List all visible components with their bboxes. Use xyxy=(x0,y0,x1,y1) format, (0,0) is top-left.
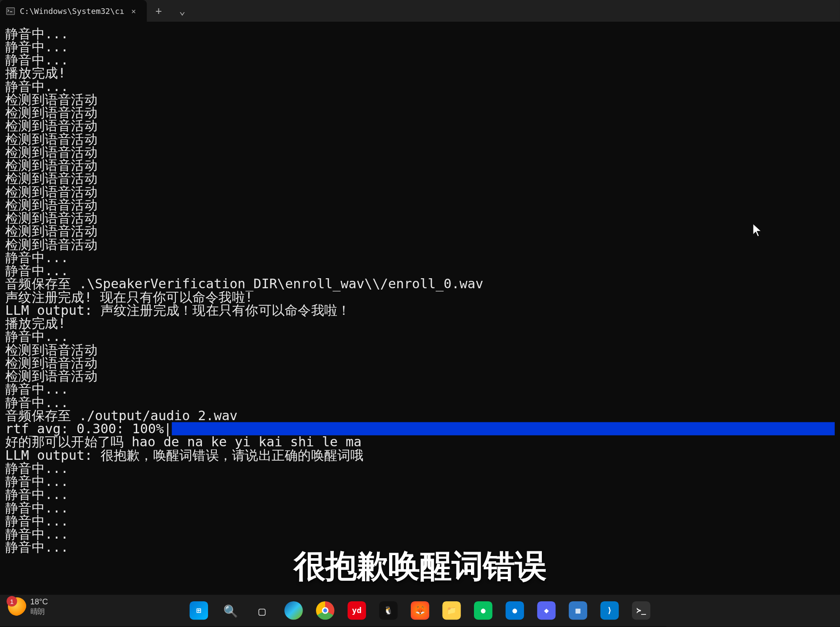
search-icon: 🔍 xyxy=(221,601,239,620)
terminal-tab-icon xyxy=(5,6,16,16)
terminal-line: LLM output: 声纹注册完成！现在只有你可以命令我啦！ xyxy=(5,303,835,317)
terminal-line: 检测到语音活动 xyxy=(5,159,835,172)
youdao-icon: yd xyxy=(348,601,366,620)
close-tab-button[interactable]: × xyxy=(128,6,139,16)
edge-icon xyxy=(284,601,302,620)
taskbar-tencent-meeting-button[interactable]: ● xyxy=(502,597,528,624)
start-icon: ⊞ xyxy=(190,601,208,620)
terminal-line: 声纹注册完成! 现在只有你可以命令我啦! xyxy=(5,290,835,303)
taskbar-edge-button[interactable] xyxy=(280,597,307,624)
taskbar-search-button[interactable]: 🔍 xyxy=(217,597,243,624)
app2-icon: ▦ xyxy=(569,601,587,620)
terminal-line: 播放完成! xyxy=(5,67,835,80)
tab-dropdown-button[interactable]: ⌄ xyxy=(171,0,194,22)
weather-condition: 晴朗 xyxy=(30,607,48,615)
terminal-line: 静音中... xyxy=(5,40,835,53)
terminal-line: 静音中... xyxy=(5,264,835,277)
weather-widget[interactable]: 1 18°C 晴朗 xyxy=(8,597,48,616)
taskbar-start-button[interactable]: ⊞ xyxy=(186,597,212,624)
terminal-line: 好的那可以开始了吗 hao de na ke yi kai shi le ma xyxy=(5,435,835,448)
terminal-line: 音频保存至 ./output/audio_2.wav xyxy=(5,409,835,422)
taskbar: 1 18°C 晴朗 ⊞🔍▢yd🐧🦊📁●●◆▦⟩≻_ xyxy=(0,595,840,627)
wechat-icon: ● xyxy=(474,601,492,620)
title-bar: C:\Windows\System32\cı × + ⌄ xyxy=(0,0,840,22)
terminal-line: 检测到语音活动 xyxy=(5,145,835,158)
terminal-line: 检测到语音活动 xyxy=(5,93,835,106)
terminal-output[interactable]: 静音中...静音中...静音中...播放完成!静音中...检测到语音活动检测到语… xyxy=(0,22,840,554)
terminal-line: 检测到语音活动 xyxy=(5,106,835,119)
weather-temp: 18°C xyxy=(30,598,48,607)
terminal-line: 静音中... xyxy=(5,54,835,67)
terminal-line: 检测到语音活动 xyxy=(5,119,835,132)
terminal-icon: ≻_ xyxy=(632,601,650,620)
terminal-line: 播放完成! xyxy=(5,317,835,330)
qq-icon: 🐧 xyxy=(379,601,397,620)
terminal-tab[interactable]: C:\Windows\System32\cı × xyxy=(0,0,147,22)
terminal-line: 静音中... xyxy=(5,501,835,514)
terminal-line: 静音中... xyxy=(5,251,835,264)
taskbar-vscode-button[interactable]: ⟩ xyxy=(596,597,623,624)
terminal-line: 静音中... xyxy=(5,528,835,541)
taskbar-app2-button[interactable]: ▦ xyxy=(565,597,591,624)
terminal-line: 静音中... xyxy=(5,462,835,475)
terminal-line: 音频保存至 .\SpeakerVerification_DIR\enroll_w… xyxy=(5,277,835,290)
terminal-line: 静音中... xyxy=(5,514,835,527)
subtitle-overlay: 很抱歉唤醒词错误 xyxy=(294,545,547,587)
svg-rect-0 xyxy=(7,7,15,14)
terminal-line: 静音中... xyxy=(5,27,835,40)
tencent-meeting-icon: ● xyxy=(506,601,524,620)
terminal-line: 检测到语音活动 xyxy=(5,356,835,369)
terminal-line: 检测到语音活动 xyxy=(5,225,835,238)
terminal-line: 检测到语音活动 xyxy=(5,198,835,211)
terminal-line: 静音中... xyxy=(5,383,835,396)
taskbar-firefox-button[interactable]: 🦊 xyxy=(407,597,433,624)
terminal-line: 静音中... xyxy=(5,475,835,488)
terminal-line: 检测到语音活动 xyxy=(5,185,835,198)
taskbar-youdao-button[interactable]: yd xyxy=(344,597,370,624)
taskbar-terminal-button[interactable]: ≻_ xyxy=(628,597,655,624)
terminal-line: 静音中... xyxy=(5,80,835,93)
taskbar-qq-button[interactable]: 🐧 xyxy=(375,597,402,624)
terminal-line: 静音中... xyxy=(5,488,835,501)
terminal-line: 检测到语音活动 xyxy=(5,212,835,225)
weather-icon: 1 xyxy=(8,597,26,616)
terminal-line: LLM output: 很抱歉，唤醒词错误，请说出正确的唤醒词哦 xyxy=(5,448,835,462)
terminal-line: 检测到语音活动 xyxy=(5,238,835,251)
chrome-icon xyxy=(316,601,334,620)
new-tab-button[interactable]: + xyxy=(147,0,170,22)
tab-actions: + ⌄ xyxy=(147,0,194,22)
explorer-icon: 📁 xyxy=(442,601,460,620)
taskbar-app1-button[interactable]: ◆ xyxy=(533,597,560,624)
terminal-line: 检测到语音活动 xyxy=(5,132,835,145)
terminal-line: 检测到语音活动 xyxy=(5,172,835,185)
tab-title: C:\Windows\System32\cı xyxy=(20,6,124,15)
terminal-line: 静音中... xyxy=(5,396,835,409)
task-view-icon: ▢ xyxy=(253,601,271,620)
terminal-line: 检测到语音活动 xyxy=(5,370,835,383)
progress-line: rtf_avg: 0.300: 100%| xyxy=(5,422,835,435)
taskbar-explorer-button[interactable]: 📁 xyxy=(438,597,465,624)
terminal-line: 静音中... xyxy=(5,330,835,343)
taskbar-apps: ⊞🔍▢yd🐧🦊📁●●◆▦⟩≻_ xyxy=(186,597,655,624)
taskbar-wechat-button[interactable]: ● xyxy=(470,597,497,624)
taskbar-task-view-button[interactable]: ▢ xyxy=(249,597,276,624)
notification-badge: 1 xyxy=(7,596,17,607)
taskbar-chrome-button[interactable] xyxy=(312,597,339,624)
vscode-icon: ⟩ xyxy=(600,601,618,620)
firefox-icon: 🦊 xyxy=(411,601,429,620)
app1-icon: ◆ xyxy=(537,601,555,620)
terminal-line: 检测到语音活动 xyxy=(5,343,835,356)
